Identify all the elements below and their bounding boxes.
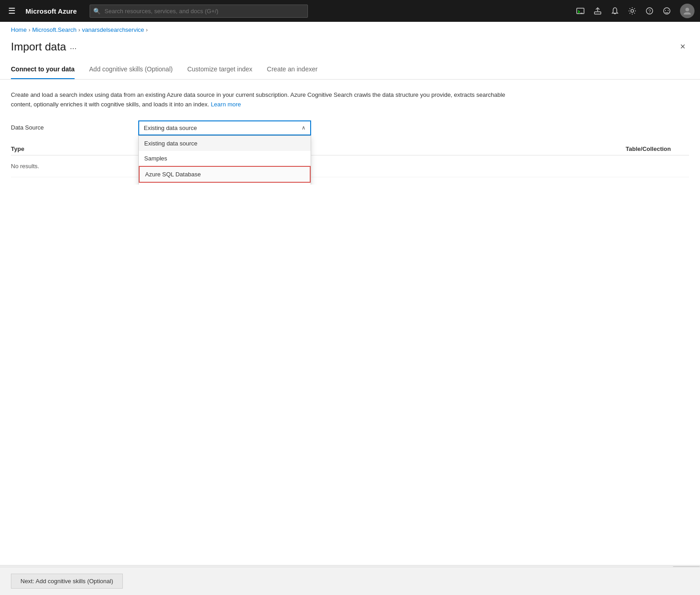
breadcrumb-sep-2: › — [78, 27, 80, 33]
svg-point-4 — [631, 10, 634, 12]
dropdown-item-sql-vms[interactable]: SQL Server on Azure VMs — [139, 183, 311, 185]
upload-button[interactable] — [590, 3, 605, 19]
ellipsis-menu[interactable]: ... — [70, 42, 76, 51]
content-area: Create and load a search index using dat… — [0, 80, 700, 185]
no-results-text: No results. — [11, 159, 39, 173]
search-input[interactable] — [90, 5, 308, 18]
dropdown-item-azure-sql[interactable]: Azure SQL Database — [139, 166, 311, 183]
svg-rect-2 — [594, 12, 601, 14]
svg-point-10 — [685, 8, 689, 11]
dropdown-trigger[interactable]: Existing data source ∧ — [138, 120, 311, 135]
tab-indexer[interactable]: Create an indexer — [267, 61, 317, 79]
page-title: Import data — [11, 40, 66, 53]
breadcrumb-service[interactable]: vanarsdelsearchservice — [82, 26, 144, 33]
table-header-row: Type Table/Collection — [11, 143, 689, 155]
search-area: 🔍 — [90, 5, 308, 18]
topbar: ☰ Microsoft Azure 🔍 — [0, 0, 700, 22]
description-text: Create and load a search index using dat… — [11, 90, 511, 110]
learn-more-link[interactable]: Learn more — [211, 101, 241, 108]
col-type-header: Type — [11, 145, 138, 152]
app-logo: Microsoft Azure — [25, 7, 77, 15]
cloud-shell-button[interactable] — [573, 3, 588, 19]
svg-rect-0 — [577, 8, 584, 14]
dropdown-item-existing[interactable]: Existing data source — [139, 136, 311, 151]
feedback-button[interactable] — [659, 3, 675, 19]
close-button[interactable]: × — [676, 40, 689, 54]
help-button[interactable]: ? — [642, 3, 657, 19]
tabs-bar: Connect to your data Add cognitive skill… — [0, 61, 700, 80]
breadcrumb-home[interactable]: Home — [11, 26, 27, 33]
data-table: Type Table/Collection No results. — [11, 143, 689, 177]
breadcrumb-sep-1: › — [29, 27, 30, 33]
settings-button[interactable] — [624, 3, 640, 19]
notifications-button[interactable] — [607, 3, 623, 19]
svg-text:?: ? — [649, 9, 651, 14]
tab-customize[interactable]: Customize target index — [187, 61, 252, 79]
breadcrumb-search[interactable]: Microsoft.Search — [32, 26, 77, 33]
table-no-results-row: No results. — [11, 155, 689, 177]
tab-connect[interactable]: Connect to your data — [11, 61, 75, 79]
svg-point-9 — [668, 10, 669, 11]
page-header: Import data ... × — [0, 36, 700, 61]
breadcrumb: Home › Microsoft.Search › vanarsdelsearc… — [0, 22, 700, 36]
search-icon: 🔍 — [93, 8, 101, 15]
menu-icon[interactable]: ☰ — [5, 3, 18, 19]
chevron-up-icon: ∧ — [302, 125, 306, 131]
dropdown-item-samples[interactable]: Samples — [139, 151, 311, 166]
avatar[interactable] — [680, 4, 695, 18]
dropdown-selected-value: Existing data source — [144, 125, 197, 131]
topbar-icons: ? — [573, 3, 695, 19]
svg-point-8 — [665, 10, 666, 11]
tab-cognitive[interactable]: Add cognitive skills (Optional) — [89, 61, 173, 79]
breadcrumb-sep-3: › — [146, 27, 148, 33]
dropdown-menu: Existing data source Samples Azure SQL D… — [138, 135, 311, 185]
data-source-dropdown[interactable]: Existing data source ∧ Existing data sou… — [138, 120, 311, 135]
data-source-row: Data Source Existing data source ∧ Exist… — [11, 120, 689, 135]
data-source-label: Data Source — [11, 120, 138, 131]
